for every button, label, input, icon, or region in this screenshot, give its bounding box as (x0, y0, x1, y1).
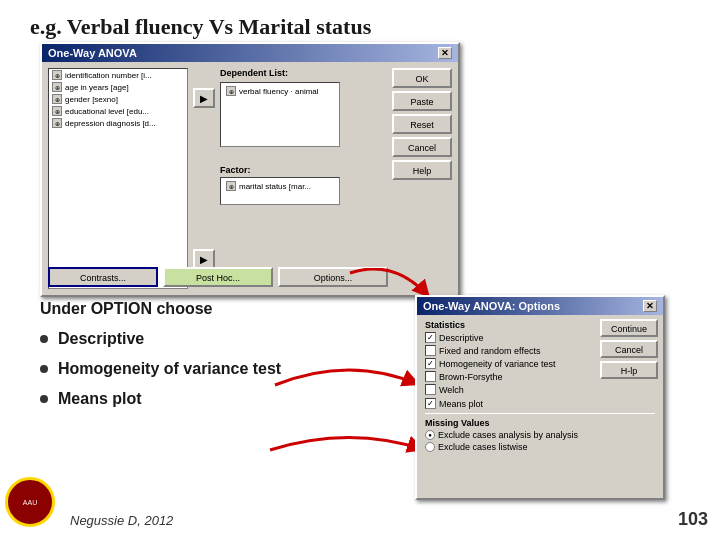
check-homogeneity-label: Homogeneity of variance test (439, 359, 556, 369)
bullet-dot-1 (40, 335, 48, 343)
options-close-button[interactable]: ✕ (643, 300, 657, 312)
check-means-plot-label: Means plot (439, 399, 483, 409)
bullet-descriptive: Descriptive (40, 330, 430, 348)
center-panel: Dependent List: ⊕ verbal fluency · anima… (220, 68, 388, 289)
dep-item-label: verbal fluency · animal (239, 87, 319, 96)
check-welch-label: Welch (439, 385, 464, 395)
var-icon-2: ⊕ (52, 82, 62, 92)
missing-values-label: Missing Values (425, 418, 655, 428)
anova-buttons-panel: OK Paste Reset Cancel Help (392, 68, 452, 289)
var-item-4[interactable]: ⊕ educational level [edu... (49, 105, 187, 117)
anova-title-text: One-Way ANOVA (48, 47, 137, 59)
check-means-plot-icon[interactable] (425, 398, 436, 409)
var-icon-5: ⊕ (52, 118, 62, 128)
var-label-1: identification number [i... (65, 71, 152, 80)
cancel-button[interactable]: Cancel (392, 137, 452, 157)
factor-label: Factor: (220, 165, 388, 175)
check-brown-icon[interactable] (425, 371, 436, 382)
logo-area: AAU (5, 477, 60, 532)
red-arrow-3 (265, 430, 435, 474)
var-label-3: gender [sexno] (65, 95, 118, 104)
check-fixed-label: Fixed and random effects (439, 346, 540, 356)
bottom-buttons-row: Contrasts... Post Hoc... Options... (48, 267, 388, 287)
paste-button[interactable]: Paste (392, 91, 452, 111)
logo-inner: AAU (23, 499, 37, 506)
var-label-2: age in years [age] (65, 83, 129, 92)
arrow-right-factor[interactable]: ▶ (193, 249, 215, 269)
checkbox-means-plot[interactable]: Means plot (425, 398, 655, 409)
check-fixed-icon[interactable] (425, 345, 436, 356)
var-item-3[interactable]: ⊕ gender [sexno] (49, 93, 187, 105)
options-continue-button[interactable]: Continue (600, 319, 658, 337)
var-icon-1: ⊕ (52, 70, 62, 80)
var-item-2[interactable]: ⊕ age in years [age] (49, 81, 187, 93)
middle-arrows-panel: ▶ ▶ (193, 68, 215, 289)
reset-button[interactable]: Reset (392, 114, 452, 134)
radio-exclude-listwise[interactable]: Exclude cases listwise (425, 442, 655, 452)
radio-exclude-analysis-icon[interactable] (425, 430, 435, 440)
logo-circle: AAU (5, 477, 55, 527)
options-title-text: One-Way ANOVA: Options (423, 300, 560, 312)
options-cancel-button[interactable]: Cancel (600, 340, 658, 358)
attribution: Negussie D, 2012 (70, 513, 173, 528)
bullet-dot-3 (40, 395, 48, 403)
contrasts-button[interactable]: Contrasts... (48, 267, 158, 287)
factor-section: Factor: ⊕ marital status [mar... (220, 155, 388, 205)
factor-item: ⊕ marital status [mar... (223, 180, 337, 192)
anova-close-button[interactable]: ✕ (438, 47, 452, 59)
bullet-text-descriptive: Descriptive (58, 330, 144, 348)
check-welch-icon[interactable] (425, 384, 436, 395)
red-arrow-2 (270, 360, 430, 414)
factor-item-label: marital status [mar... (239, 182, 311, 191)
dependent-list: ⊕ verbal fluency · animal (220, 82, 340, 147)
anova-titlebar: One-Way ANOVA ✕ (42, 44, 458, 62)
options-titlebar: One-Way ANOVA: Options ✕ (417, 297, 663, 315)
checkbox-welch[interactable]: Welch (425, 384, 655, 395)
arrow-right-dep[interactable]: ▶ (193, 88, 215, 108)
bullet-text-homogeneity: Homogeneity of variance test (58, 360, 281, 378)
anova-body: ⊕ identification number [i... ⊕ age in y… (42, 62, 458, 295)
var-icon-4: ⊕ (52, 106, 62, 116)
var-item-5[interactable]: ⊕ depression diagnosis [d... (49, 117, 187, 129)
divider (425, 413, 655, 414)
post-hoc-button[interactable]: Post Hoc... (163, 267, 273, 287)
bullet-text-means-plot: Means plot (58, 390, 142, 408)
factor-item-icon: ⊕ (226, 181, 236, 191)
right-panel: Dependent List: ⊕ verbal fluency · anima… (220, 68, 452, 289)
help-button[interactable]: Help (392, 160, 452, 180)
check-homogeneity-icon[interactable] (425, 358, 436, 369)
dep-item: ⊕ verbal fluency · animal (223, 85, 337, 97)
anova-dialog: One-Way ANOVA ✕ ⊕ identification number … (40, 42, 460, 297)
dep-item-icon: ⊕ (226, 86, 236, 96)
check-descriptive-icon[interactable] (425, 332, 436, 343)
var-label-4: educational level [edu... (65, 107, 149, 116)
radio-exclude-analysis-label: Exclude cases analysis by analysis (438, 430, 578, 440)
var-item-1[interactable]: ⊕ identification number [i... (49, 69, 187, 81)
options-help-button[interactable]: H-lp (600, 361, 658, 379)
bullet-dot-2 (40, 365, 48, 373)
options-dialog: One-Way ANOVA: Options ✕ Continue Cancel… (415, 295, 665, 500)
radio-exclude-listwise-label: Exclude cases listwise (438, 442, 528, 452)
check-descriptive-label: Descriptive (439, 333, 484, 343)
radio-exclude-analysis[interactable]: Exclude cases analysis by analysis (425, 430, 655, 440)
radio-exclude-listwise-icon[interactable] (425, 442, 435, 452)
options-right-buttons: Continue Cancel H-lp (600, 319, 658, 379)
check-brown-label: Brown-Forsythe (439, 372, 503, 382)
variable-list: ⊕ identification number [i... ⊕ age in y… (48, 68, 188, 289)
ok-button[interactable]: OK (392, 68, 452, 88)
dependent-label: Dependent List: (220, 68, 388, 78)
page-number: 103 (678, 509, 708, 530)
var-icon-3: ⊕ (52, 94, 62, 104)
var-label-5: depression diagnosis [d... (65, 119, 156, 128)
slide: e.g. Verbal fluency Vs Marital status On… (0, 0, 720, 540)
factor-list: ⊕ marital status [mar... (220, 177, 340, 205)
